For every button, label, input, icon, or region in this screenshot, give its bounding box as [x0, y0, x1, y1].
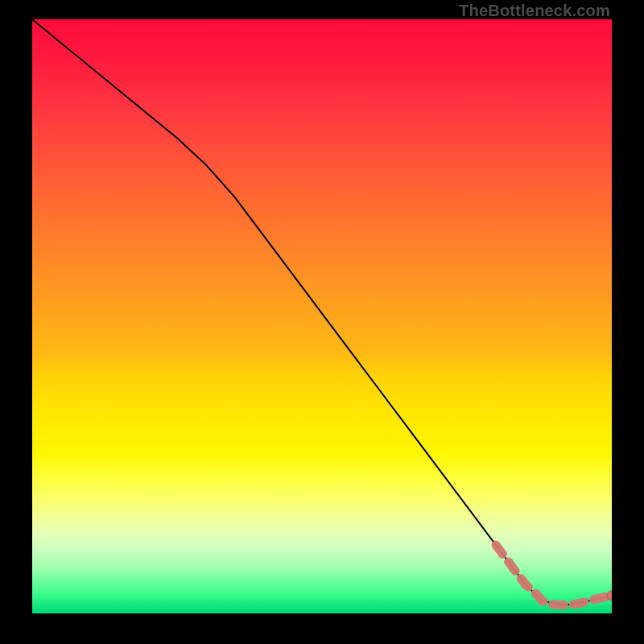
main-curve	[32, 19, 612, 605]
watermark-text: TheBottleneck.com	[459, 2, 610, 20]
bottleneck-gradient-plot	[32, 19, 612, 613]
highlight-segment	[496, 545, 612, 605]
end-marker-dot	[607, 591, 612, 601]
chart-container: TheBottleneck.com	[0, 0, 644, 644]
chart-overlay-svg	[32, 19, 612, 613]
